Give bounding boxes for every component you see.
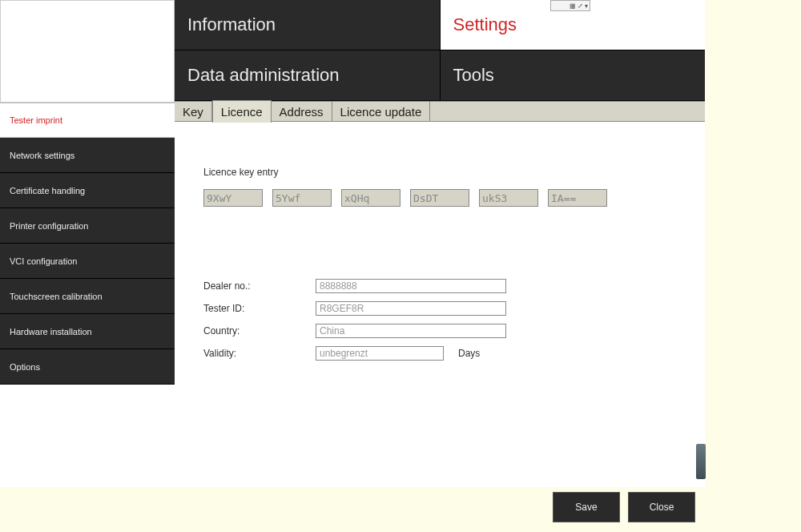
subtab-licence[interactable]: Licence: [212, 100, 272, 123]
sidebar-item-label: Printer configuration: [10, 221, 88, 231]
sidebar-item-vci-configuration[interactable]: VCI configuration: [0, 244, 175, 279]
nav-label: Data administration: [187, 65, 340, 86]
sidebar-item-options[interactable]: Options: [0, 349, 175, 385]
sidebar-item-certificate-handling[interactable]: Certificate handling: [0, 173, 175, 208]
licence-key-1[interactable]: [203, 189, 263, 207]
bottom-bar: Save Close: [553, 492, 695, 522]
save-button[interactable]: Save: [553, 492, 620, 522]
subtab-label: Address: [280, 105, 324, 119]
top-nav-row-1: Information Settings: [175, 0, 705, 50]
subtab-spacer: [430, 102, 705, 121]
subtabs: Key Licence Address Licence update: [175, 101, 705, 122]
nav-label: Settings: [453, 14, 517, 35]
nav-information[interactable]: Information: [175, 0, 441, 50]
licence-key-2[interactable]: [272, 189, 332, 207]
tester-row: Tester ID:: [203, 301, 676, 316]
subtab-licence-update[interactable]: Licence update: [332, 102, 431, 121]
sidebar: Tester imprint Network settings Certific…: [0, 103, 175, 487]
top-nav-row-2: Data administration Tools: [175, 50, 705, 101]
subtab-key[interactable]: Key: [175, 102, 212, 121]
sidebar-item-label: Hardware installation: [10, 327, 92, 337]
licence-key-entry-label: Licence key entry: [203, 167, 676, 178]
sidebar-item-label: Certificate handling: [10, 186, 85, 195]
subtab-label: Licence: [221, 105, 263, 119]
licence-key-3[interactable]: [341, 189, 400, 207]
sidebar-item-printer-configuration[interactable]: Printer configuration: [0, 208, 175, 244]
chevron-down-icon: ▾: [585, 2, 588, 10]
nav-label: Information: [187, 14, 276, 35]
nav-data-administration[interactable]: Data administration: [175, 50, 441, 100]
dealer-label: Dealer no.:: [203, 280, 316, 292]
sidebar-item-label: Network settings: [10, 151, 74, 160]
sidebar-item-tester-imprint[interactable]: Tester imprint: [0, 103, 175, 138]
decor-block: [696, 444, 706, 479]
dealer-field[interactable]: [316, 279, 506, 293]
country-row: Country:: [203, 324, 676, 338]
validity-suffix: Days: [458, 348, 480, 359]
validity-label: Validity:: [203, 348, 316, 359]
nav-tools[interactable]: Tools: [441, 50, 706, 100]
nav-label: Tools: [453, 65, 494, 86]
country-field[interactable]: [316, 324, 506, 338]
tester-field[interactable]: [316, 301, 506, 316]
window-controls[interactable]: ▦ ⤢ ▾: [550, 0, 590, 11]
licence-key-4[interactable]: [410, 189, 469, 207]
left-column: Tester imprint Network settings Certific…: [0, 0, 175, 487]
subtab-label: Licence update: [340, 105, 422, 119]
country-label: Country:: [203, 325, 316, 337]
sidebar-item-touchscreen-calibration[interactable]: Touchscreen calibration: [0, 279, 175, 314]
dealer-row: Dealer no.:: [203, 279, 676, 293]
subtab-label: Key: [183, 105, 203, 119]
sidebar-item-label: Tester imprint: [10, 115, 62, 125]
top-nav: Information Settings Data administration…: [175, 0, 705, 101]
subtab-address[interactable]: Address: [272, 102, 332, 121]
right-column: ▦ ⤢ ▾ Information Settings Data administ…: [175, 0, 705, 487]
button-label: Close: [650, 502, 674, 513]
expand-icon: ⤢: [578, 2, 583, 10]
button-label: Save: [575, 502, 597, 513]
tester-label: Tester ID:: [203, 303, 316, 314]
sidebar-item-network-settings[interactable]: Network settings: [0, 138, 175, 173]
content-area: Licence key entry Dealer no.: Tester ID:…: [175, 122, 705, 487]
validity-row: Validity: Days: [203, 346, 676, 361]
sidebar-item-label: Options: [10, 362, 40, 372]
grid-icon: ▦: [570, 2, 576, 10]
sidebar-item-label: VCI configuration: [10, 256, 77, 266]
sidebar-item-label: Touchscreen calibration: [10, 292, 103, 301]
close-button[interactable]: Close: [628, 492, 695, 522]
sidebar-item-hardware-installation[interactable]: Hardware installation: [0, 314, 175, 349]
licence-key-6[interactable]: [548, 189, 607, 207]
licence-key-5[interactable]: [479, 189, 538, 207]
licence-key-row: [203, 189, 676, 207]
validity-field[interactable]: [316, 346, 444, 361]
app-window: Tester imprint Network settings Certific…: [0, 0, 705, 487]
logo-area: [0, 0, 175, 103]
